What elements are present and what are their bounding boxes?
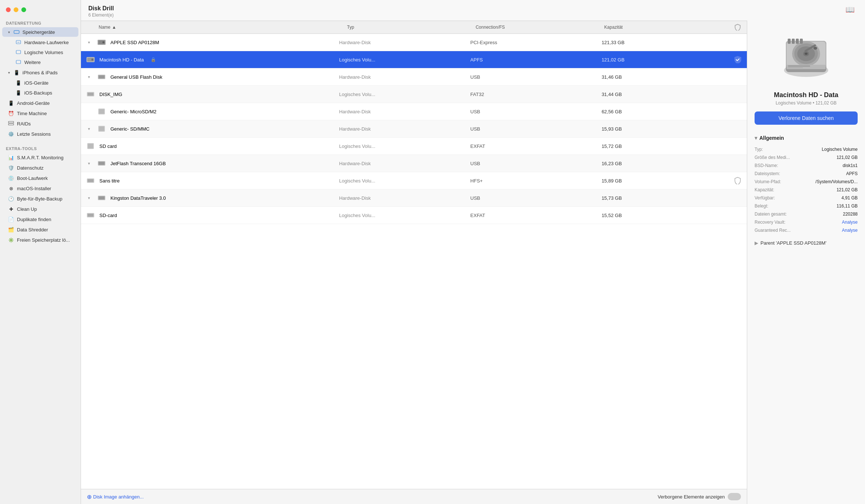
table-row[interactable]: DISK_IMG Logisches Volu... FAT32 31,44 G… (81, 86, 747, 103)
expand-chevron[interactable]: ▾ (85, 40, 93, 45)
sidebar-item-ios-backups[interactable]: 📱 iOS-Backups (10, 88, 78, 97)
sidebar-item-backup[interactable]: 🕐 Byte-für-Byte-Backup (2, 194, 78, 203)
sidebar-item-cleanup[interactable]: ✚ Clean Up (2, 204, 78, 214)
svg-point-16 (92, 59, 93, 60)
expand-chevron[interactable]: ▾ (85, 196, 93, 200)
row-kap-kingston: 15,73 GB (597, 192, 728, 204)
sidebar-item-duplikate[interactable]: 📄 Duplikate finden (2, 214, 78, 224)
bottom-bar: ⊕ Disk Image anhängen... Verborgene Elem… (81, 489, 747, 504)
right-panel-disk-name: Macintosh HD - Data (774, 91, 838, 99)
table-row[interactable]: Macintosh HD - Data 🔒 Logisches Volu... … (81, 51, 747, 68)
expand-chevron[interactable]: ▾ (85, 127, 93, 131)
row-name-jetflash: ▾ JetFlash Transcend 16GB (81, 155, 335, 172)
right-panel-disk-subtitle: Logisches Volume • 121,02 GB (776, 100, 837, 106)
sidebar-item-logical[interactable]: Logische Volumes (10, 47, 78, 57)
sidebar-item-iphones[interactable]: ▾ 📱 iPhones & iPads (2, 68, 78, 77)
info-row-bsd: BSD-Name: disk1s1 (755, 162, 858, 170)
dateien-label: Dateien gesamt: (755, 210, 806, 218)
minimize-button[interactable] (14, 7, 18, 12)
sidebar-item-datenschutz[interactable]: 🛡️ Datenschutz (2, 163, 78, 173)
ios-backups-icon: 📱 (15, 90, 21, 96)
info-row-typ: Typ: Logisches Volume (755, 145, 858, 153)
parent-section[interactable]: ▶ Parent 'APPLE SSD AP0128M' (755, 240, 858, 246)
ios-geraete-icon: 📱 (15, 80, 21, 86)
hdd-3d-svg (778, 30, 834, 85)
sidebar-item-freier[interactable]: ✳️ Freien Speicherplatz lö... (2, 235, 78, 245)
col-header-shield (728, 21, 747, 33)
row-name-apple-ssd: ▾ APPLE SSD AP0128M (81, 34, 335, 51)
row-typ-sdmmc: Hardware-Disk (335, 123, 466, 135)
row-icon-microsd (728, 108, 747, 115)
macintosh-name: Macintosh HD - Data (99, 57, 144, 63)
bsd-value: disk1s1 (806, 162, 858, 170)
android-icon: 📱 (8, 100, 14, 106)
sidebar-item-android[interactable]: 📱 Android-Geräte (2, 98, 78, 108)
sidebar-item-macos[interactable]: ⊗ macOS-Installer (2, 184, 78, 193)
col-header-typ[interactable]: Typ (343, 22, 471, 33)
sdcard-name: SD card (99, 143, 117, 149)
shredder-icon: 🗂️ (8, 227, 14, 233)
row-name-sanstitre: Sans titre (81, 172, 335, 189)
table-row[interactable]: ▾ General USB Flash Disk Hardware-Disk U… (81, 68, 747, 86)
maximize-button[interactable] (21, 7, 26, 12)
right-panel: Macintosh HD - Data Logisches Volume • 1… (747, 21, 865, 504)
svg-rect-50 (787, 65, 826, 69)
sidebar-item-ios-geraete[interactable]: 📱 iOS-Geräte (10, 78, 78, 88)
col-header-kapazitat[interactable]: Kapazität (600, 22, 728, 33)
svg-rect-51 (788, 65, 810, 67)
table-row[interactable]: ▾ JetFlash Transcend 16GB Hardware-Disk … (81, 155, 747, 172)
row-icon-sdcard (728, 143, 747, 149)
macos-label: macOS-Installer (17, 186, 51, 191)
kapazitat-value: 121,02 GB (806, 186, 858, 194)
sidebar-item-timemachine[interactable]: ⏰ Time Machine (2, 109, 78, 118)
svg-rect-22 (99, 109, 104, 114)
microsd-name: Generic- MicroSD/M2 (110, 109, 156, 114)
col-header-name[interactable]: Name ▲ (81, 22, 343, 33)
expand-chevron[interactable]: ▾ (85, 75, 93, 79)
sidebar-item-raids[interactable]: RAIDs (2, 119, 78, 128)
book-icon[interactable]: 📖 (845, 5, 858, 14)
table-row[interactable]: SD-card Logisches Volu... EXFAT 15,52 GB (81, 207, 747, 224)
boot-icon: 💿 (8, 175, 14, 181)
info-row-grosse: Größe des Medi... 121,02 GB (755, 153, 858, 162)
sidebar-item-hardware[interactable]: Hardware-Laufwerke (10, 38, 78, 47)
svg-rect-18 (99, 75, 105, 78)
volume-value: /System/Volumes/D... (806, 178, 858, 186)
close-button[interactable] (6, 7, 11, 12)
sd-icon (96, 106, 107, 117)
col-header-connection[interactable]: Connection/FS (471, 22, 600, 33)
grosse-value: 121,02 GB (806, 153, 858, 162)
row-icon-sanstitre (728, 174, 747, 188)
expand-chevron[interactable]: ▾ (85, 161, 93, 166)
table-row[interactable]: ▾ Generic- SD/MMC Hardware-Disk USB 15,9… (81, 120, 747, 138)
svg-rect-34 (88, 214, 93, 217)
sidebar-item-boot[interactable]: 💿 Boot-Laufwerk (2, 173, 78, 183)
search-button[interactable]: Verlorene Daten suchen (755, 111, 858, 125)
usb-icon (96, 158, 107, 168)
table-row[interactable]: ▾ APPLE SSD AP0128M Hardware-Disk PCI-Ex… (81, 34, 747, 51)
table-row[interactable]: Sans titre Logisches Volu... HFS+ 15,89 … (81, 172, 747, 189)
sidebar-item-sessions[interactable]: ⚙️ Letzte Sessions (2, 129, 78, 139)
app-subtitle: 6 Element(e) (88, 13, 114, 18)
info-row-dateisystem: Dateisystem: APFS (755, 170, 858, 178)
storage-subitems: Hardware-Laufwerke Logische Volumes Weit… (0, 37, 81, 67)
sidebar-item-speichergeraete[interactable]: ▾ Speichergeräte (2, 27, 78, 37)
shield-outline-icon (734, 177, 741, 184)
disk-image-link[interactable]: ⊕ Disk Image anhängen... (87, 493, 144, 500)
row-name-kingston: ▾ Kingston DataTraveler 3.0 (81, 189, 335, 206)
row-name-sdcard2: SD-card (81, 207, 335, 224)
table-row[interactable]: SD card Logisches Volu... EXFAT 15,72 GB (81, 138, 747, 155)
row-typ-sdcard: Logisches Volu... (335, 140, 466, 152)
table-row[interactable]: Generic- MicroSD/M2 Hardware-Disk USB 62… (81, 103, 747, 120)
logical-label: Logische Volumes (24, 50, 63, 55)
sidebar-item-smart[interactable]: 📊 S.M.A.R.T. Monitoring (2, 153, 78, 162)
weitere-icon (15, 59, 21, 65)
check-shield-icon (734, 56, 741, 63)
disk-3d-image (777, 28, 836, 87)
toggle-switch[interactable] (728, 493, 741, 500)
table-row[interactable]: ▾ Kingston DataTraveler 3.0 Hardware-Dis… (81, 189, 747, 207)
row-typ-sanstitre: Logisches Volu... (335, 175, 466, 187)
sanstitre-name: Sans titre (99, 178, 120, 184)
sidebar-item-shredder[interactable]: 🗂️ Data Shredder (2, 225, 78, 234)
sidebar-item-weitere[interactable]: Weitere (10, 57, 78, 67)
